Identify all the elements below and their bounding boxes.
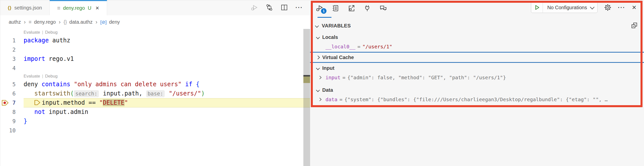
gutter[interactable]: 1 bbox=[0, 36, 24, 45]
chevron-down-icon bbox=[316, 88, 320, 92]
variables-scope: Inputinput={"admin": false, "method": "G… bbox=[310, 63, 644, 82]
variables-scope: Virtual Cache bbox=[310, 52, 644, 63]
close-tab-icon[interactable]: ✕ bbox=[96, 5, 100, 11]
tab-deny-rego[interactable]: ≡ deny.rego U ✕ bbox=[50, 0, 107, 16]
close-panel-icon[interactable]: ✕ bbox=[632, 4, 636, 11]
chevron-down-icon bbox=[315, 24, 319, 28]
ports-tab[interactable] bbox=[362, 3, 372, 14]
code-line-10[interactable]: 10 bbox=[0, 126, 310, 135]
code-token: startswith bbox=[34, 90, 70, 97]
notebook-tab[interactable] bbox=[330, 3, 340, 14]
chevron-right-icon bbox=[318, 98, 322, 101]
start-debug-button[interactable] bbox=[531, 2, 543, 13]
line-number[interactable]: 6 bbox=[0, 91, 16, 97]
gutter[interactable]: 3 bbox=[0, 54, 24, 63]
gutter[interactable]: 6 bbox=[0, 89, 24, 98]
gutter[interactable]: 7 bbox=[0, 98, 24, 107]
code-line-2[interactable]: 2 bbox=[0, 45, 310, 54]
code-line-text[interactable]: package authz bbox=[24, 36, 310, 45]
comments-icon bbox=[380, 5, 387, 12]
editor-toolbar: ··· bbox=[251, 3, 303, 13]
code-token: import bbox=[24, 55, 45, 62]
breadcrumb-item-authz[interactable]: authz bbox=[9, 19, 21, 25]
code-line-text[interactable] bbox=[24, 63, 310, 73]
gutter[interactable]: 9 bbox=[0, 117, 24, 126]
comments-tab[interactable] bbox=[378, 3, 388, 14]
line-number[interactable]: 10 bbox=[0, 127, 16, 134]
split-editor-icon[interactable] bbox=[280, 4, 288, 11]
config-dropdown[interactable]: No Configurations bbox=[543, 5, 597, 11]
scope-header-data[interactable]: Data bbox=[310, 85, 644, 95]
variables-title: VARIABLES bbox=[322, 23, 351, 29]
code-line-text[interactable]: } bbox=[24, 117, 310, 126]
code-line-text[interactable] bbox=[24, 45, 310, 54]
code-token: contains bbox=[42, 81, 70, 88]
variable-row-__local0__[interactable]: __local0__="/users/1" bbox=[310, 42, 644, 51]
code-line-8[interactable]: 8 not input.admin bbox=[0, 107, 310, 117]
gutter[interactable]: 4 bbox=[0, 63, 24, 73]
scope-header-locals[interactable]: Locals bbox=[310, 32, 644, 42]
code-line-7[interactable]: 7 input.method == "DELETE" bbox=[0, 98, 310, 107]
overview-ruler-highlight bbox=[303, 76, 310, 83]
tab-settings-json[interactable]: {} settings.json bbox=[0, 0, 50, 15]
breadcrumb: authz › ≡ deny.rego › {} data.authz › [⊘… bbox=[0, 15, 310, 29]
gutter[interactable]: 10 bbox=[0, 126, 24, 135]
panel-more-actions-icon[interactable]: ··· bbox=[618, 4, 625, 11]
code-token bbox=[24, 108, 34, 115]
breadcrumb-item-rule[interactable]: deny bbox=[109, 19, 120, 25]
code-line-5[interactable]: 5deny contains "only admins can delete u… bbox=[0, 80, 310, 89]
code-line-text[interactable]: deny contains "only admins can delete us… bbox=[24, 80, 310, 89]
line-number[interactable]: 8 bbox=[0, 109, 16, 115]
variable-row-input[interactable]: input={"admin": false, "method": "GET", … bbox=[310, 73, 644, 82]
chevron-right-icon: › bbox=[24, 19, 26, 25]
code-line-1[interactable]: 1package authz bbox=[0, 36, 310, 45]
code-editor[interactable]: Evaluate|Debug1package authz23import reg… bbox=[0, 29, 310, 166]
variable-row-data[interactable]: data={"system": {"bundles": {"file:///Us… bbox=[310, 95, 644, 104]
line-number[interactable]: 1 bbox=[0, 37, 16, 44]
more-actions-icon[interactable]: ··· bbox=[296, 4, 303, 11]
package-icon: {} bbox=[64, 19, 67, 25]
run-and-debug-tab[interactable]: 1 bbox=[314, 3, 324, 14]
codelens-evaluate-link[interactable]: Evaluate bbox=[24, 30, 40, 35]
breadcrumb-item-file[interactable]: deny.rego bbox=[34, 19, 56, 25]
code-line-text[interactable]: input.method == "DELETE" bbox=[24, 98, 310, 107]
debug-session-badge: 1 bbox=[321, 8, 326, 14]
line-number[interactable]: 9 bbox=[0, 118, 16, 124]
vertical-scrollbar[interactable] bbox=[303, 29, 310, 166]
code-line-3[interactable]: 3import rego.v1 bbox=[0, 54, 310, 63]
codelens-debug-link[interactable]: Debug bbox=[45, 74, 58, 78]
line-number[interactable]: 3 bbox=[0, 56, 16, 62]
codelens-debug-link[interactable]: Debug bbox=[45, 30, 58, 35]
scope-header-input[interactable]: Input bbox=[310, 63, 644, 73]
gear-icon[interactable] bbox=[604, 4, 612, 11]
gutter[interactable]: 5 bbox=[0, 80, 24, 89]
breadcrumb-item-package[interactable]: data.authz bbox=[69, 19, 92, 25]
codelens-evaluate-link[interactable]: Evaluate bbox=[24, 74, 40, 78]
variables-section-header[interactable]: VARIABLES bbox=[310, 21, 644, 30]
code-token: input.method == bbox=[42, 99, 99, 106]
active-tab-underline bbox=[318, 17, 332, 18]
untracked-badge: U bbox=[88, 5, 91, 11]
code-line-text[interactable]: import rego.v1 bbox=[24, 54, 310, 63]
debug-console-tab[interactable] bbox=[346, 3, 356, 14]
code-line-9[interactable]: 9} bbox=[0, 117, 310, 126]
code-line-text[interactable] bbox=[24, 126, 310, 135]
code-line-text[interactable]: startswith(search: input.path, base: "/u… bbox=[24, 89, 310, 98]
breakpoint-hit-icon[interactable] bbox=[2, 100, 9, 106]
code-line-6[interactable]: 6 startswith(search: input.path, base: "… bbox=[0, 89, 310, 98]
git-compare-icon[interactable] bbox=[266, 4, 273, 11]
gutter[interactable]: 2 bbox=[0, 45, 24, 54]
code-token: "/users/" bbox=[169, 90, 201, 97]
scope-header-virtual-cache[interactable]: Virtual Cache bbox=[310, 52, 644, 63]
code-token: " bbox=[124, 99, 128, 106]
code-line-text[interactable]: not input.admin bbox=[24, 107, 310, 117]
line-number[interactable]: 2 bbox=[0, 47, 16, 53]
equals-sign: = bbox=[342, 74, 345, 80]
collapse-all-icon[interactable] bbox=[630, 22, 638, 30]
equals-sign: = bbox=[340, 97, 342, 103]
gutter[interactable]: 8 bbox=[0, 107, 24, 117]
line-number[interactable]: 4 bbox=[0, 65, 16, 71]
line-number[interactable]: 5 bbox=[0, 81, 16, 88]
code-line-4[interactable]: 4 bbox=[0, 63, 310, 73]
run-debug-icon[interactable] bbox=[251, 4, 258, 11]
